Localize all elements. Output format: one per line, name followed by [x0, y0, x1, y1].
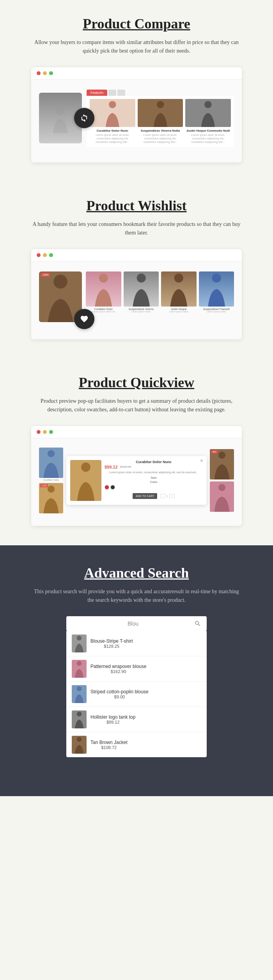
search-results-dropdown: Blouse-Stripe T-shirt $128.25 Patterned … — [66, 631, 207, 757]
compare-tab-featuring[interactable]: Featurin — [87, 90, 107, 96]
quickview-badge: -14% — [40, 484, 48, 487]
compare-product-1: Curabitur Dolor Nunc Lorem ipsum dolor s… — [90, 99, 135, 144]
product-wishlist-section: Product Wishlist A handy feature that le… — [0, 182, 273, 359]
quickview-right-badge: -8% — [211, 450, 218, 453]
wishlist-product-2-desc: Lorem ipsum dolor — [124, 310, 159, 313]
compare-product-1-thumb — [90, 99, 135, 127]
quickview-product-desc: Lorem ipsum dolor sit amet, consectetur … — [105, 471, 203, 474]
search-result-1[interactable]: Blouse-Stripe T-shirt $128.25 — [66, 631, 207, 656]
quickview-popup-image — [70, 460, 101, 501]
browser-bar-wishlist — [31, 249, 242, 261]
compare-product-2: Suspendisse Viverra Nulla Lorem ipsum do… — [138, 99, 183, 144]
result-2-name: Patterned wrapover blouse — [90, 664, 146, 669]
wishlist-product-3-thumb — [161, 271, 197, 307]
result-3-info: Striped cotton-poplin blouse $9.00 — [90, 689, 149, 699]
result-1-thumb — [72, 635, 87, 652]
search-result-2[interactable]: Patterned wrapover blouse $162.90 — [66, 656, 207, 682]
dot-green-2 — [49, 253, 53, 257]
compare-product-3-name: Justin Hoque Commodo Nulli — [185, 129, 231, 132]
svg-point-17 — [77, 712, 82, 716]
result-4-name: Hollister logo tank top — [90, 714, 135, 720]
compare-product-3-desc: Lorem ipsum dolor sit amet, consectetur … — [185, 133, 231, 144]
svg-point-6 — [136, 273, 145, 282]
svg-point-10 — [48, 485, 55, 492]
result-2-thumb — [72, 660, 87, 678]
quickview-add-to-cart-button[interactable]: ADD TO CART — [133, 493, 157, 499]
wishlist-desc: A handy feature that lets your consumers… — [31, 220, 242, 238]
quickview-right-1: -8% — [210, 449, 234, 479]
result-1-info: Blouse-Stripe T-shirt $128.25 — [90, 638, 133, 649]
wishlist-product-1: Curabitur Dolor Lorem ipsum dolor sit — [86, 271, 121, 313]
wishlist-product-3: Justin Hoque Lorem ipsum dolor — [161, 271, 197, 313]
quickview-product-name: Curabitur Dolor Nunc — [105, 460, 203, 464]
quickview-right-2-thumb — [210, 481, 234, 512]
compare-product-2-thumb — [138, 99, 183, 127]
bottom-spacer — [31, 757, 242, 773]
dot-red — [37, 71, 41, 75]
swatch-black[interactable] — [110, 485, 115, 490]
quickview-left-2-thumb: -14% — [39, 483, 63, 513]
wishlist-product-1-thumb — [86, 271, 121, 307]
wishlist-main-product: -15% — [39, 271, 82, 322]
qty-value: 1 — [167, 495, 168, 497]
wishlist-product-2: Suspendisse Viverra Lorem ipsum dolor — [124, 271, 159, 313]
svg-point-11 — [81, 462, 90, 472]
svg-point-9 — [48, 450, 55, 457]
quickview-title: Product Quickview — [31, 374, 242, 391]
quickview-color-label: Color — [105, 480, 203, 484]
qty-plus[interactable]: + — [169, 494, 175, 498]
search-result-4[interactable]: Hollister logo tank top $99.12 — [66, 707, 207, 732]
dot-yellow-2 — [43, 253, 47, 257]
compare-tab-2[interactable] — [108, 90, 116, 96]
compare-product-3: Justin Hoque Commodo Nulli Lorem ipsum d… — [185, 99, 231, 144]
svg-point-15 — [77, 661, 82, 666]
quickview-left-1: Curabitur Dolor — [39, 448, 63, 481]
wishlist-products-grid: Curabitur Dolor Lorem ipsum dolor sit Su… — [86, 271, 234, 313]
search-result-3[interactable]: Striped cotton-poplin blouse $9.00 — [66, 682, 207, 707]
wishlist-product-3-desc: Lorem ipsum dolor — [161, 310, 197, 313]
compare-swap-button[interactable] — [74, 108, 94, 128]
compare-product-3-thumb — [185, 99, 231, 127]
quickview-left-1-thumb — [39, 448, 63, 478]
search-result-5[interactable]: Tan Brown Jacket $108.72 — [66, 732, 207, 757]
compare-title: Product Compare — [31, 16, 242, 32]
compare-browser-mockup: Featurin Curabitur Dolor Nunc Lorem ipsu… — [31, 67, 242, 162]
result-1-name: Blouse-Stripe T-shirt — [90, 638, 133, 644]
quickview-price-old: $120.00 — [120, 465, 131, 469]
dot-red-3 — [37, 430, 41, 434]
wishlist-product-4-desc: Lorem ipsum dolor — [199, 310, 234, 313]
qty-minus[interactable]: - — [160, 494, 165, 498]
svg-point-16 — [77, 686, 82, 691]
product-compare-section: Product Compare Allow your buyers to com… — [0, 0, 273, 182]
result-5-thumb — [72, 736, 87, 754]
dot-green-3 — [49, 430, 53, 434]
result-4-price: $99.12 — [90, 720, 135, 724]
wishlist-browser-mockup: -15% Curabit — [31, 249, 242, 339]
result-5-name: Tan Brown Jacket — [90, 740, 128, 745]
quickview-right-1-thumb: -8% — [210, 449, 234, 479]
compare-tabs: Featurin — [87, 90, 234, 96]
quickview-size-label: Size — [105, 476, 203, 479]
quickview-scene: Curabitur Dolor -14% ✕ — [31, 438, 242, 526]
wishlist-product-3-name: Justin Hoque — [161, 308, 197, 310]
quickview-popup: ✕ Curabitur Dolor Nunc $99.12 $120.00 — [66, 456, 207, 505]
compare-product-2-desc: Lorem ipsum dolor sit amet, consectetur … — [138, 133, 183, 144]
compare-tab-3[interactable] — [117, 90, 125, 96]
svg-point-13 — [218, 484, 225, 491]
search-icon[interactable] — [194, 620, 201, 627]
quickview-popup-content: Curabitur Dolor Nunc $99.12 $120.00 Lore… — [70, 460, 203, 501]
compare-content: Featurin Curabitur Dolor Nunc Lorem ipsu… — [31, 79, 242, 162]
compare-product-1-name: Curabitur Dolor Nunc — [90, 129, 135, 132]
svg-point-0 — [56, 106, 65, 115]
swatch-red[interactable] — [105, 485, 109, 490]
result-3-thumb — [72, 685, 87, 703]
quickview-left-products: Curabitur Dolor -14% — [39, 448, 63, 513]
search-input-value[interactable]: Blou — [72, 620, 194, 627]
quickview-close-button[interactable]: ✕ — [200, 458, 204, 464]
wishlist-heart-button[interactable] — [74, 309, 94, 329]
wishlist-badge: -15% — [41, 273, 50, 277]
wishlist-product-4-thumb — [199, 271, 234, 307]
advanced-search-title: Advanced Search — [31, 565, 242, 581]
browser-bar-compare — [31, 67, 242, 79]
quickview-color-swatches — [105, 485, 203, 490]
